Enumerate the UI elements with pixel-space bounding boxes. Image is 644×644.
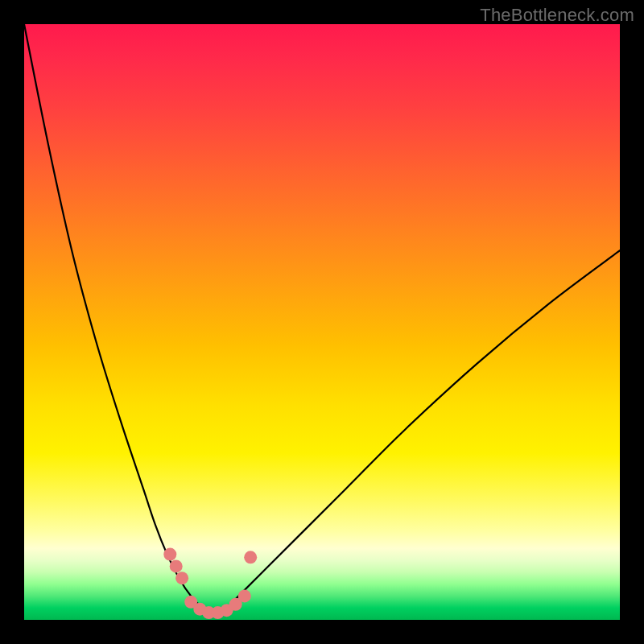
curve-markers — [163, 548, 257, 620]
plot-area — [24, 24, 620, 620]
curve-marker — [170, 559, 183, 572]
chart-frame: TheBottleneck.com — [0, 0, 644, 644]
curve-marker — [163, 548, 176, 561]
curve-marker — [175, 572, 188, 584]
watermark-text: TheBottleneck.com — [480, 5, 634, 26]
curve-marker — [244, 551, 257, 564]
bottleneck-curve — [24, 24, 620, 614]
curve-marker — [238, 589, 251, 602]
curve-layer — [24, 24, 620, 620]
